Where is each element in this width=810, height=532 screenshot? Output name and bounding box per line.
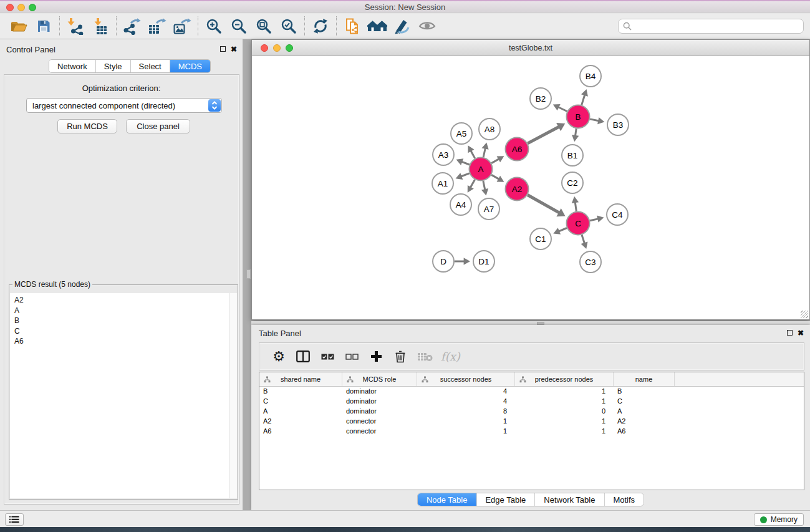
cell-mcds-role[interactable]: dominator (342, 387, 417, 397)
delete-row-button[interactable] (392, 349, 408, 365)
node-A3[interactable]: A3 (433, 144, 454, 165)
tab-mcds[interactable]: MCDS (170, 60, 210, 72)
edge-A2-C[interactable] (528, 195, 560, 213)
cell-shared-name[interactable]: A2 (259, 417, 342, 427)
result-scrollbar[interactable] (229, 293, 237, 498)
cell-shared-name[interactable]: A (259, 407, 342, 417)
tab-select[interactable]: Select (131, 60, 170, 72)
zoom-in-button[interactable] (201, 15, 226, 37)
edge-B-B4[interactable] (582, 94, 585, 105)
node-B3[interactable]: B3 (607, 114, 629, 135)
close-table-panel-icon[interactable]: ✖ (798, 329, 804, 337)
resize-grip-icon[interactable] (801, 311, 808, 318)
table-row[interactable]: Cdominator41C (259, 397, 804, 407)
column-layout-button[interactable] (295, 349, 311, 365)
cell-shared-name[interactable]: B (259, 387, 342, 397)
result-item[interactable]: A6 (14, 336, 229, 347)
export-table-button[interactable] (145, 15, 170, 37)
node-A1[interactable]: A1 (432, 173, 453, 194)
cell-successor-nodes[interactable]: 4 (417, 387, 515, 397)
cell-successor-nodes[interactable]: 1 (417, 417, 515, 427)
edge-A-A7[interactable] (483, 181, 485, 190)
memory-button[interactable]: Memory (754, 513, 804, 526)
export-network-button[interactable] (120, 15, 145, 37)
cell-successor-nodes[interactable]: 1 (417, 427, 515, 437)
node-B4[interactable]: B4 (580, 65, 601, 87)
zoom-fit-button[interactable] (251, 15, 276, 37)
close-panel-icon[interactable]: ✖ (231, 46, 237, 53)
cell-predecessor-nodes[interactable]: 1 (515, 427, 614, 437)
tab-network[interactable]: Network (49, 60, 96, 72)
table-tab-edge-table[interactable]: Edge Table (476, 493, 535, 506)
cell-predecessor-nodes[interactable]: 1 (515, 417, 614, 427)
open-session-button[interactable] (6, 15, 31, 37)
result-item[interactable]: A (14, 306, 229, 316)
first-neighbors-button[interactable] (365, 15, 390, 37)
search-input[interactable] (635, 22, 803, 31)
column-header-name[interactable]: name (614, 372, 675, 386)
cell-predecessor-nodes[interactable]: 0 (515, 407, 614, 417)
edge-A-A3[interactable] (461, 162, 469, 165)
vscroll-thumb[interactable] (246, 269, 251, 279)
edge-C-C2[interactable] (575, 201, 576, 211)
node-A4[interactable]: A4 (450, 194, 471, 215)
cell-successor-nodes[interactable]: 4 (417, 397, 515, 407)
node-A7[interactable]: A7 (478, 198, 499, 220)
cell-mcds-role[interactable]: connector (342, 417, 417, 427)
table-settings-button[interactable]: ⚙ (271, 349, 287, 365)
cell-mcds-role[interactable]: dominator (342, 407, 417, 417)
result-item[interactable]: A2 (14, 295, 229, 306)
cell-name[interactable]: A2 (614, 417, 675, 427)
show-panel-list-button[interactable] (5, 513, 24, 526)
cell-successor-nodes[interactable]: 8 (417, 407, 515, 417)
import-network-button[interactable] (63, 15, 88, 37)
node-C1[interactable]: C1 (530, 228, 551, 249)
import-table-button[interactable] (88, 15, 113, 37)
export-image-button[interactable] (170, 15, 195, 37)
save-session-button[interactable] (31, 15, 56, 37)
cell-name[interactable]: A6 (614, 427, 675, 437)
table-row[interactable]: A6connector11A6 (259, 427, 804, 437)
edge-A-A8[interactable] (483, 148, 485, 157)
cell-name[interactable]: B (614, 387, 675, 397)
table-row[interactable]: A2connector11A2 (259, 417, 804, 427)
edge-C-C3[interactable] (582, 235, 585, 244)
edge-C-C1[interactable] (558, 228, 567, 232)
zoom-out-button[interactable] (226, 15, 251, 37)
node-A5[interactable]: A5 (451, 123, 472, 144)
result-item[interactable]: B (14, 316, 229, 326)
search-field[interactable] (618, 19, 804, 34)
cell-predecessor-nodes[interactable]: 1 (515, 387, 614, 397)
column-header-mcds-role[interactable]: MCDS role (342, 372, 417, 386)
cell-mcds-role[interactable]: dominator (342, 397, 417, 407)
show-graphics-details-button[interactable] (415, 15, 440, 37)
float-table-panel-icon[interactable] (787, 330, 793, 336)
edge-C-C4[interactable] (590, 219, 599, 221)
node-A8[interactable]: A8 (479, 118, 500, 140)
table-tab-node-table[interactable]: Node Table (418, 493, 477, 506)
cell-name[interactable]: A (614, 407, 675, 417)
column-header-successor-nodes[interactable]: successor nodes (417, 372, 515, 386)
table-row[interactable]: Bdominator41B (259, 387, 804, 397)
node-C4[interactable]: C4 (607, 204, 628, 225)
table-tab-network-table[interactable]: Network Table (535, 493, 604, 506)
node-D1[interactable]: D1 (473, 251, 494, 272)
column-header-shared-name[interactable]: shared name (259, 372, 342, 386)
table-tab-motifs[interactable]: Motifs (604, 493, 644, 506)
cell-name[interactable]: C (614, 397, 675, 407)
node-D[interactable]: D (433, 251, 454, 272)
edge-A-A5[interactable] (471, 150, 475, 158)
network-canvas[interactable]: B4B2BB3A8A5A6A3B1AA1C2A2A4A7C4CC1C3DD1 (253, 57, 809, 319)
cell-mcds-role[interactable]: connector (342, 427, 417, 437)
mcds-result-list[interactable]: A2ABCA6 (10, 293, 229, 498)
node-C3[interactable]: C3 (580, 251, 601, 273)
edge-A-A1[interactable] (460, 173, 469, 177)
result-item[interactable]: C (14, 326, 229, 337)
select-all-columns-button[interactable] (319, 349, 335, 365)
network-window-titlebar[interactable]: testGlobe.txt (252, 40, 809, 56)
unselect-all-columns-button[interactable] (344, 349, 360, 365)
run-mcds-button[interactable]: Run MCDS (57, 119, 117, 133)
node-A2[interactable]: A2 (506, 178, 529, 201)
node-C[interactable]: C (567, 212, 590, 235)
node-B1[interactable]: B1 (562, 145, 583, 166)
